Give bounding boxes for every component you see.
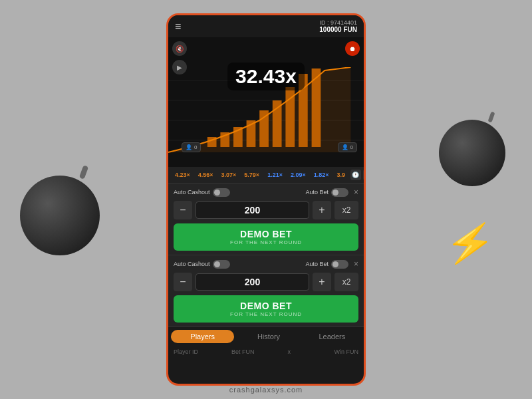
auto-cashout-toggle-2[interactable] [213,260,230,269]
bet-indicator-right-value: 0 [350,144,353,150]
menu-icon[interactable]: ≡ [175,21,181,33]
history-item: 1.82× [311,170,332,180]
bet-controls-2: − 200 + x2 [174,273,358,291]
history-item: 4.56× [196,170,216,180]
history-controls: 🕐 ∧ [350,170,364,180]
bet-indicator-left-value: 0 [194,144,197,150]
bet-indicator-left-icon: 👤 [186,144,192,150]
play-icon: ▶ [177,64,182,71]
bet-panel-2: Auto Cashout Auto Bet × − 200 + x2 [168,255,364,327]
auto-bet-label-2: Auto Bet [305,261,329,267]
close-panel-1-button[interactable]: × [354,188,358,197]
double-bet-1-button[interactable]: x2 [334,201,358,219]
history-item: 1.21× [265,170,285,180]
footer-text: crashgalaxsys.com [229,386,303,394]
col-bet: Bet FUN [220,348,267,355]
phone-frame: ≡ ID : 97414401 100000 FUN 🔇 ⏺ ▶ 32.43x [166,13,366,386]
balance-display: 100000 FUN [319,26,357,33]
auto-cashout-option-2: Auto Cashout [174,260,230,269]
tab-history[interactable]: History [237,327,300,346]
history-item: 4.23× [172,170,193,180]
toggle-knob [332,261,338,267]
bet-indicator-right: 👤 0 [338,142,357,152]
increase-bet-2-button[interactable]: + [313,273,331,291]
auto-bet-toggle-1[interactable] [331,188,348,197]
bet-panel-2-header: Auto Cashout Auto Bet × [174,259,358,269]
mute-icon: 🔇 [176,45,184,53]
user-info: ID : 97414401 100000 FUN [319,19,357,33]
history-item: 2.09× [288,170,309,180]
auto-cashout-label-1: Auto Cashout [174,189,210,196]
col-player-id: Player ID [174,348,220,355]
multiplier-display: 32.43x [227,63,305,90]
record-icon: ⏺ [349,45,356,53]
auto-cashout-option-1: Auto Cashout [174,188,230,197]
auto-bet-option-2: Auto Bet × [305,259,358,269]
history-clock-icon[interactable]: 🕐 [350,170,361,180]
bet-controls-1: − 200 + x2 [174,201,358,219]
demo-bet-1-main-label: DEMO BET [240,229,292,239]
lightning-decoration: ⚡ [444,217,497,269]
bet-value-1: 200 [196,201,309,219]
bet-panel-1-header: Auto Cashout Auto Bet × [174,188,358,197]
auto-cashout-label-2: Auto Cashout [174,261,210,267]
app-header: ≡ ID : 97414401 100000 FUN [168,15,364,37]
user-id: ID : 97414401 [319,19,357,26]
col-win: Win FUN [313,348,359,355]
game-canvas: 🔇 ⏺ ▶ 32.43x [168,37,364,167]
toggle-knob [214,261,220,267]
bet-indicator-right-icon: 👤 [342,144,348,150]
demo-bet-2-button[interactable]: DEMO BET FOR THE NEXT ROUND [174,295,358,323]
decrease-bet-1-button[interactable]: − [174,201,192,219]
play-button[interactable]: ▶ [172,60,187,74]
auto-bet-label-1: Auto Bet [305,189,329,196]
tab-leaders[interactable]: Leaders [301,327,364,346]
tab-players[interactable]: Players [171,330,234,343]
history-item: 3.07× [219,170,239,180]
demo-bet-1-sub-label: FOR THE NEXT ROUND [230,239,302,245]
increase-bet-1-button[interactable]: + [313,201,331,219]
history-item: 5.79× [241,170,262,180]
bet-value-2: 200 [196,273,309,291]
players-table-header: Player ID Bet FUN x Win FUN [168,346,364,358]
close-panel-2-button[interactable]: × [354,259,358,269]
auto-cashout-toggle-1[interactable] [213,188,230,197]
mute-button[interactable]: 🔇 [172,41,187,56]
toggle-knob [332,190,338,196]
col-multiplier: x [266,348,313,355]
bet-panel-1: Auto Cashout Auto Bet × − 200 + x2 [168,183,364,255]
bomb-decoration-right [439,120,505,186]
bomb-decoration-left [20,176,100,255]
demo-bet-2-main-label: DEMO BET [240,301,292,311]
demo-bet-1-button[interactable]: DEMO BET FOR THE NEXT ROUND [174,223,358,251]
double-bet-2-button[interactable]: x2 [334,273,358,291]
history-strip: 4.23× 4.56× 3.07× 5.79× 1.21× 2.09× 1.82… [168,167,364,183]
bet-indicator-left: 👤 0 [182,142,201,152]
auto-bet-toggle-2[interactable] [331,260,348,269]
decrease-bet-2-button[interactable]: − [174,273,192,291]
page-background: ⚡ ≡ ID : 97414401 100000 FUN 🔇 ⏺ ▶ 32.43… [0,0,532,399]
bottom-tabs: Players History Leaders [168,327,364,346]
auto-bet-option-1: Auto Bet × [305,188,358,197]
history-expand-icon[interactable]: ∧ [363,170,364,180]
history-item: 3.9 [334,170,348,180]
toggle-knob [214,190,220,196]
record-button[interactable]: ⏺ [345,41,360,56]
demo-bet-2-sub-label: FOR THE NEXT ROUND [230,311,302,317]
